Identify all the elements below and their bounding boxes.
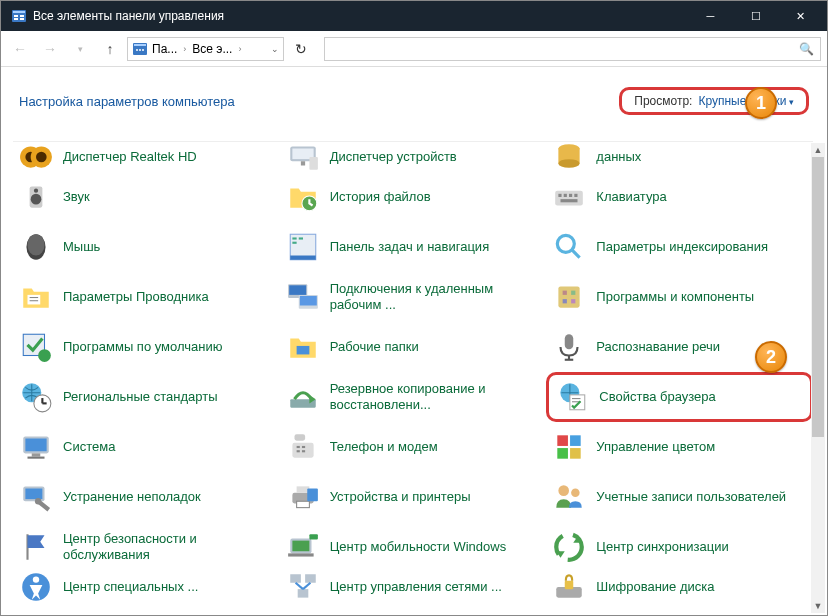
item-network-center[interactable]: Центр управления сетями ... bbox=[280, 572, 547, 602]
item-explorer-options[interactable]: Параметры Проводника bbox=[13, 272, 280, 322]
item-label: История файлов bbox=[330, 189, 431, 205]
address-dropdown-icon[interactable]: ⌄ bbox=[271, 44, 279, 54]
svg-point-85 bbox=[35, 498, 41, 504]
annotation-badge-1: 1 bbox=[745, 87, 777, 119]
item-backup[interactable]: Резервное копирование и восстановлени... bbox=[280, 372, 547, 422]
item-system[interactable]: Система bbox=[13, 422, 280, 472]
item-label: Панель задач и навигация bbox=[330, 239, 490, 255]
recent-dropdown[interactable]: ▾ bbox=[67, 36, 93, 62]
network-icon bbox=[286, 570, 320, 604]
globe-clock-icon bbox=[19, 380, 53, 414]
item-accessibility[interactable]: Центр специальных ... bbox=[13, 572, 280, 602]
item-troubleshooting[interactable]: Устранение неполадок bbox=[13, 472, 280, 522]
svg-rect-38 bbox=[290, 256, 316, 260]
svg-rect-7 bbox=[134, 44, 146, 46]
svg-rect-76 bbox=[302, 446, 305, 448]
item-label: Распознавание речи bbox=[596, 339, 720, 355]
scrollbar[interactable]: ▲ ▼ bbox=[811, 143, 825, 613]
item-programs[interactable]: Программы и компоненты bbox=[546, 272, 813, 322]
annotation-badge-2: 2 bbox=[755, 341, 787, 373]
programs-icon bbox=[552, 280, 586, 314]
svg-rect-48 bbox=[559, 286, 580, 307]
svg-point-10 bbox=[142, 49, 144, 51]
crumb-2[interactable]: Все э... bbox=[192, 42, 232, 56]
item-region[interactable]: Региональные стандарты bbox=[13, 372, 280, 422]
chevron-right-icon: › bbox=[236, 44, 243, 54]
accessibility-icon bbox=[19, 570, 53, 604]
forward-button[interactable]: → bbox=[37, 36, 63, 62]
item-indexing[interactable]: Параметры индексирования bbox=[546, 222, 813, 272]
scroll-up-icon[interactable]: ▲ bbox=[811, 143, 825, 157]
scroll-thumb[interactable] bbox=[812, 157, 824, 437]
item-label: Центр специальных ... bbox=[63, 579, 198, 595]
item-label: Устройства и принтеры bbox=[330, 489, 471, 505]
item-work-folders[interactable]: Рабочие папки bbox=[280, 322, 547, 372]
crumb-1[interactable]: Па... bbox=[152, 42, 177, 56]
item-sync-center[interactable]: Центр синхронизации bbox=[546, 522, 813, 572]
view-by-dropdown[interactable]: Просмотр: Крупные значки bbox=[619, 87, 809, 115]
item-file-history[interactable]: История файлов bbox=[280, 172, 547, 222]
item-security-center[interactable]: Центр безопасности и обслуживания bbox=[13, 522, 280, 572]
item-keyboard[interactable]: Клавиатура bbox=[546, 172, 813, 222]
svg-rect-37 bbox=[292, 242, 296, 244]
svg-rect-73 bbox=[294, 434, 305, 440]
svg-line-106 bbox=[303, 583, 310, 589]
item-color-management[interactable]: Управление цветом bbox=[546, 422, 813, 472]
breadcrumb[interactable]: Па... › Все э... › ⌄ bbox=[127, 37, 284, 61]
item-label: данных bbox=[596, 149, 641, 165]
svg-line-40 bbox=[573, 250, 580, 257]
svg-rect-18 bbox=[309, 157, 318, 170]
scroll-down-icon[interactable]: ▼ bbox=[811, 599, 825, 613]
system-icon bbox=[19, 430, 53, 464]
item-mouse[interactable]: Мышь bbox=[13, 222, 280, 272]
item-sound[interactable]: Звук bbox=[13, 172, 280, 222]
item-devices-printers[interactable]: Устройства и принтеры bbox=[280, 472, 547, 522]
item-realtek[interactable]: Диспетчер Realtek HD bbox=[13, 142, 280, 172]
item-taskbar[interactable]: Панель задач и навигация bbox=[280, 222, 547, 272]
search-input[interactable]: 🔍 bbox=[324, 37, 821, 61]
sync-icon bbox=[552, 530, 586, 564]
item-device-manager[interactable]: Диспетчер устройств bbox=[280, 142, 547, 172]
svg-point-21 bbox=[559, 159, 580, 168]
refresh-button[interactable]: ↻ bbox=[288, 36, 314, 62]
keyboard-icon bbox=[552, 180, 586, 214]
users-icon bbox=[552, 480, 586, 514]
svg-rect-3 bbox=[14, 18, 18, 20]
back-button[interactable]: ← bbox=[7, 36, 33, 62]
folder-history-icon bbox=[286, 180, 320, 214]
item-remote-desktop[interactable]: Подключения к удаленным рабочим ... bbox=[280, 272, 547, 322]
maximize-button[interactable]: ☐ bbox=[733, 1, 778, 31]
content-header: Настройка параметров компьютера Просмотр… bbox=[1, 67, 827, 125]
item-mobility-center[interactable]: Центр мобильности Windows bbox=[280, 522, 547, 572]
item-default-programs[interactable]: Программы по умолчанию bbox=[13, 322, 280, 372]
database-icon bbox=[552, 141, 586, 174]
search-icon: 🔍 bbox=[799, 42, 814, 56]
item-label: Диспетчер Realtek HD bbox=[63, 149, 197, 165]
item-bitlocker[interactable]: Шифрование диска bbox=[546, 572, 813, 602]
item-label: Программы по умолчанию bbox=[63, 339, 222, 355]
svg-rect-70 bbox=[25, 439, 46, 452]
svg-rect-17 bbox=[301, 161, 305, 165]
svg-rect-67 bbox=[572, 398, 581, 399]
lock-drive-icon bbox=[552, 570, 586, 604]
svg-rect-29 bbox=[569, 194, 572, 197]
svg-rect-102 bbox=[290, 574, 301, 583]
svg-rect-89 bbox=[307, 489, 318, 502]
troubleshoot-icon bbox=[19, 480, 53, 514]
svg-point-54 bbox=[38, 349, 51, 362]
control-panel-icon bbox=[11, 8, 27, 24]
item-label: Резервное копирование и восстановлени... bbox=[330, 381, 541, 412]
item-internet-options[interactable]: Свойства браузера bbox=[546, 372, 813, 422]
up-button[interactable]: ↑ bbox=[97, 36, 123, 62]
item-user-accounts[interactable]: Учетные записи пользователей bbox=[546, 472, 813, 522]
chevron-right-icon: › bbox=[181, 44, 188, 54]
mobility-icon bbox=[286, 530, 320, 564]
close-button[interactable]: ✕ bbox=[778, 1, 823, 31]
minimize-button[interactable]: ─ bbox=[688, 1, 733, 31]
svg-rect-42 bbox=[30, 297, 39, 298]
svg-rect-81 bbox=[558, 448, 569, 459]
svg-rect-88 bbox=[296, 501, 309, 507]
item-data[interactable]: данных bbox=[546, 142, 813, 172]
svg-rect-50 bbox=[571, 291, 575, 295]
item-phone-modem[interactable]: Телефон и модем bbox=[280, 422, 547, 472]
